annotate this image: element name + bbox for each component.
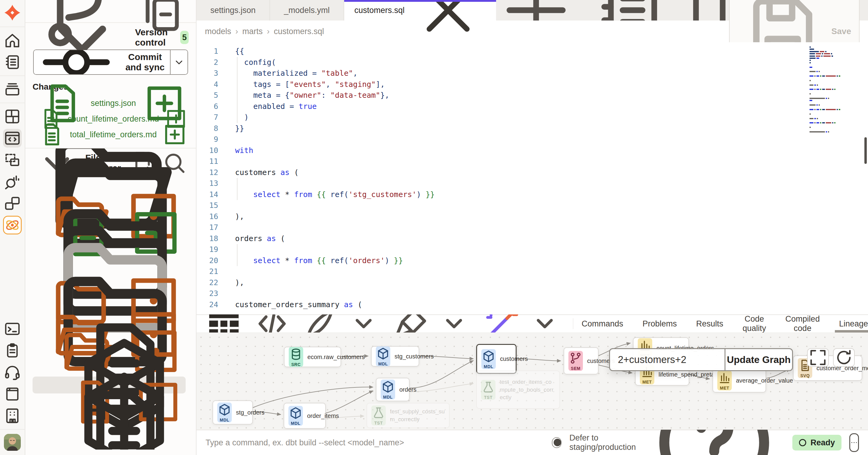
rail-orchestration-button[interactable]: [3, 194, 22, 213]
commit-options-caret[interactable]: [170, 50, 187, 74]
panel-tab-lineage[interactable]: Lineage: [839, 315, 868, 333]
rail-organization-button[interactable]: [3, 406, 22, 425]
rail-catalog-button[interactable]: [3, 80, 22, 99]
commit-and-sync-button[interactable]: Commit and sync: [34, 50, 170, 74]
rail-docs-button[interactable]: [3, 385, 22, 403]
line-number: 8: [196, 123, 230, 134]
line-number: 6: [196, 101, 230, 112]
line-number: 22: [196, 277, 230, 288]
defer-toggle[interactable]: [552, 437, 561, 448]
line-number: 24: [196, 299, 230, 311]
rail-home-button[interactable]: [3, 31, 22, 50]
toolbar-divider: [573, 318, 573, 329]
tab-customers-sql[interactable]: customers.sql: [344, 0, 496, 21]
file-icon: [38, 121, 66, 148]
code-editor-icon: [3, 129, 22, 147]
tst-badge: TST: [481, 380, 495, 400]
code-line-2: 2 config(: [196, 57, 868, 68]
code-line-6: 6 enabled = true: [196, 101, 868, 112]
tab-models-yml[interactable]: _models.yml: [270, 0, 344, 21]
code-editor[interactable]: 1{{2 config(3 materialized = "table",4 t…: [196, 42, 868, 314]
version-control-header[interactable]: Version control 5: [33, 28, 189, 47]
rail-terminal-button[interactable]: [3, 319, 22, 338]
rail-visual-editor-button[interactable]: [3, 150, 22, 169]
rail-divider: [0, 76, 25, 76]
rail-copilot-button[interactable]: [3, 216, 22, 234]
main-area: settings.json _models.yml customers.sql …: [196, 0, 868, 455]
rail-logs-button[interactable]: [3, 341, 22, 360]
command-input[interactable]: Type a command, ex. dbt build --select <…: [206, 438, 404, 448]
file-tree: docs-cloud.github.vscodesettings.jsonana…: [33, 174, 189, 444]
lineage-node-label: test_supply_costs_sum_correctly: [390, 408, 445, 423]
panel-tab-code-quality[interactable]: Code quality: [743, 315, 766, 333]
lineage-node-order_items[interactable]: MDLorder_items: [284, 403, 326, 429]
tab-settings-json[interactable]: settings.json: [196, 0, 270, 21]
git-commit-icon: [36, 50, 117, 75]
panel-tab-results[interactable]: Results: [696, 315, 723, 333]
rail-dashboard-button[interactable]: [3, 107, 22, 126]
changed-file-row[interactable]: total_lifetime_orders.md: [33, 127, 189, 142]
tree-item-locations.yml[interactable]: locations.yml: [33, 427, 186, 444]
frame-select-icon: [3, 150, 22, 169]
terminal-icon: [3, 319, 22, 338]
rail-ide-button[interactable]: [3, 129, 22, 147]
added-file-badge-icon: [161, 121, 189, 148]
rail-insights-button[interactable]: [3, 172, 22, 191]
line-number: 15: [196, 200, 230, 211]
lineage-node-customers[interactable]: MDLcustomers: [476, 344, 517, 374]
clipboard-icon: [3, 341, 22, 360]
breadcrumb-row: models › marts › customers.sql Save: [196, 21, 868, 42]
lineage-node-orders[interactable]: MDLorders: [376, 378, 410, 401]
lineage-node-label: stg_customers: [395, 353, 434, 360]
line-number: 9: [196, 134, 230, 145]
breadcrumb-item[interactable]: marts: [242, 27, 263, 36]
rail-divider: [0, 429, 25, 430]
scrollbar-thumb[interactable]: [864, 137, 867, 164]
lineage-node-average_order_value[interactable]: METaverage_order_value: [712, 368, 766, 393]
search-insights-icon: [3, 172, 22, 191]
code-line-16: 16),: [196, 211, 868, 222]
changed-file-name: settings.json: [91, 99, 136, 108]
user-avatar[interactable]: [4, 434, 21, 451]
lineage-fullscreen-button[interactable]: [807, 348, 829, 367]
lineage-selector-input[interactable]: 2+customers+2: [610, 349, 724, 370]
breadcrumb-item[interactable]: models: [205, 27, 231, 36]
update-graph-button[interactable]: Update Graph: [724, 349, 792, 370]
rail-support-button[interactable]: [3, 363, 22, 382]
rail-notebook-button[interactable]: [3, 53, 22, 72]
minimap[interactable]: [809, 47, 858, 133]
lineage-node-test_order_items_compute_to_bools_correctly[interactable]: TSTtest_order_items_compute_to_bools_cor…: [476, 371, 560, 409]
fullscreen-icon: [808, 347, 828, 368]
close-icon[interactable]: [410, 0, 486, 48]
tab-label: _models.yml: [284, 6, 330, 15]
cube-icon: [288, 406, 303, 420]
lineage-canvas[interactable]: SRCecom.raw_customersMDLstg_customersMDL…: [196, 333, 868, 430]
lineage-refresh-button[interactable]: [833, 348, 855, 367]
code-lines: 1{{2 config(3 materialized = "table",4 t…: [196, 46, 868, 314]
panel-tab-commands[interactable]: Commands: [582, 315, 623, 333]
panel-tab-compiled-code[interactable]: Compiled code: [785, 315, 820, 333]
status-more-button[interactable]: [849, 433, 859, 452]
mdl-badge: MDL: [288, 406, 303, 426]
mdl-badge: MDL: [481, 349, 496, 369]
code-line-15: 15: [196, 200, 868, 211]
met-badge: MET: [717, 371, 732, 391]
version-control-title: Version control: [135, 27, 177, 48]
line-number: 13: [196, 178, 230, 189]
mdl-badge: MDL: [376, 346, 390, 366]
lineage-node-stg_customers[interactable]: MDLstg_customers: [371, 346, 419, 367]
breadcrumb-item[interactable]: customers.sql: [274, 27, 324, 36]
src-badge: SRC: [289, 347, 303, 367]
code-line-23: 23: [196, 288, 868, 299]
lineage-node-stg_orders[interactable]: MDLstg_orders: [213, 400, 253, 425]
lineage-node-test_supply_costs_sum_correctly[interactable]: TSTtest_supply_costs_sum_correctly: [367, 403, 450, 428]
lineage-node-label: lifetime_spend_pretax: [658, 371, 718, 378]
code-line-22: 22),: [196, 277, 868, 288]
tab-label: settings.json: [210, 6, 255, 15]
code-line-14: 14 select * from {{ ref('stg_customers')…: [196, 189, 868, 200]
lineage-node-customers[interactable]: SEMcustomers: [564, 347, 598, 374]
lineage-node-ecom.raw_customers[interactable]: SRCecom.raw_customers: [284, 347, 341, 367]
panel-tab-problems[interactable]: Problems: [643, 315, 677, 333]
code-line-17: 17: [196, 222, 868, 233]
line-number: 3: [196, 68, 230, 79]
